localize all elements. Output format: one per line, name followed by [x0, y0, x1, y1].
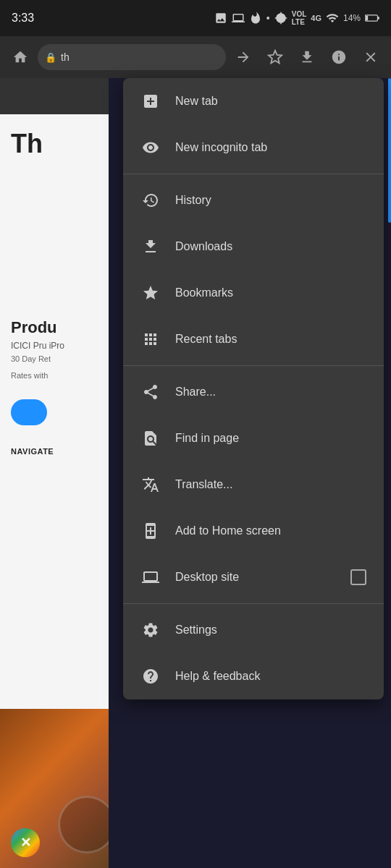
help-feedback-label: Help & feedback: [175, 670, 366, 683]
find-in-page-icon: [140, 428, 161, 448]
find-in-page-label: Find in page: [175, 432, 366, 445]
menu-item-recent-tabs[interactable]: Recent tabs: [123, 316, 384, 362]
downloads-label: Downloads: [175, 240, 366, 253]
history-icon: [140, 190, 161, 210]
battery-percent: 14%: [343, 13, 361, 23]
menu-item-bookmarks[interactable]: Bookmarks: [123, 270, 384, 316]
desc-line2: Rates with: [0, 367, 109, 384]
menu-divider-2: [123, 365, 384, 366]
menu-item-settings[interactable]: Settings: [123, 607, 384, 653]
menu-item-desktop-site[interactable]: Desktop site: [123, 554, 384, 600]
downloads-icon: [140, 237, 161, 257]
new-tab-label: New tab: [175, 95, 366, 108]
menu-item-new-tab[interactable]: New tab: [123, 78, 384, 124]
home-button[interactable]: [6, 43, 35, 72]
desktop-site-checkbox[interactable]: [350, 569, 366, 585]
status-bar: 3:33 • VOLLTE 4G 14%: [0, 0, 391, 36]
menu-divider-1: [123, 174, 384, 174]
photo-icon: [214, 12, 227, 25]
signal-icon: [326, 12, 339, 25]
menu-item-find-in-page[interactable]: Find in page: [123, 415, 384, 461]
help-icon: [140, 666, 161, 686]
new-tab-icon: [140, 91, 161, 111]
context-menu: New tab New incognito tab History Downlo…: [123, 78, 384, 699]
close-button[interactable]: [356, 43, 385, 72]
page-background: Th Produ ICICI Pru iPro 30 Day Ret Rates…: [0, 78, 109, 868]
page-cta-button: [11, 399, 47, 425]
menu-item-downloads[interactable]: Downloads: [123, 224, 384, 270]
desktop-site-icon: [140, 567, 161, 587]
settings-icon: [140, 620, 161, 640]
new-incognito-tab-label: New incognito tab: [175, 141, 366, 154]
translate-icon: [140, 475, 161, 495]
url-text: th: [61, 51, 70, 63]
bookmark-button[interactable]: [261, 43, 290, 72]
menu-item-new-incognito-tab[interactable]: New incognito tab: [123, 124, 384, 171]
info-button[interactable]: [324, 43, 353, 72]
dot-icon: •: [266, 12, 270, 24]
scrollbar[interactable]: [388, 78, 391, 223]
battery-icon: [365, 13, 379, 23]
translate-label: Translate...: [175, 478, 366, 491]
product-image: ✕: [0, 709, 109, 868]
share-icon: [140, 382, 161, 402]
gps-icon: [274, 12, 287, 25]
forward-button[interactable]: [229, 43, 258, 72]
status-time: 3:33: [12, 12, 34, 25]
recent-tabs-icon: [140, 329, 161, 349]
lock-icon: 🔒: [45, 52, 56, 63]
settings-label: Settings: [175, 624, 366, 637]
page-title-text: Th: [0, 114, 109, 174]
laptop-icon: [232, 12, 245, 25]
menu-item-share[interactable]: Share...: [123, 369, 384, 415]
svg-rect-1: [378, 17, 380, 19]
vol-icon: VOLLTE: [292, 10, 307, 26]
menu-divider-3: [123, 603, 384, 604]
desc-line1: 30 Day Ret: [0, 351, 109, 367]
menu-item-history[interactable]: History: [123, 177, 384, 224]
history-label: History: [175, 194, 366, 207]
url-bar[interactable]: 🔒 th: [38, 44, 226, 70]
menu-item-add-to-home[interactable]: Add to Home screen: [123, 508, 384, 554]
menu-item-help-feedback[interactable]: Help & feedback: [123, 653, 384, 699]
status-icons: • VOLLTE 4G 14%: [214, 10, 379, 26]
menu-item-translate[interactable]: Translate...: [123, 461, 384, 508]
4g-icon: 4G: [311, 14, 321, 22]
product-title: Produ: [11, 318, 98, 337]
bookmarks-label: Bookmarks: [175, 286, 366, 299]
navigate-label: NAVIGATE: [0, 440, 109, 463]
download-button[interactable]: [293, 43, 321, 72]
desktop-site-label: Desktop site: [175, 571, 336, 584]
brand-text: ICICI Pru iPro: [0, 341, 109, 351]
add-to-home-label: Add to Home screen: [175, 524, 366, 537]
flame-icon: [249, 12, 262, 25]
incognito-icon: [140, 137, 161, 158]
page-header-bg: [0, 78, 109, 114]
share-label: Share...: [175, 386, 366, 399]
bookmarks-icon: [140, 283, 161, 303]
browser-toolbar: 🔒 th: [0, 36, 391, 78]
svg-rect-2: [366, 16, 368, 21]
add-to-home-icon: [140, 521, 161, 541]
recent-tabs-label: Recent tabs: [175, 333, 366, 346]
